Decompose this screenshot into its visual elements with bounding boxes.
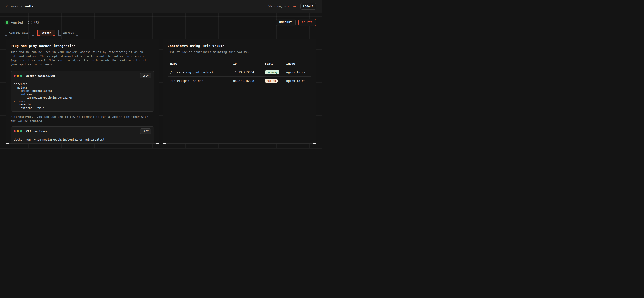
traffic-light-dots — [14, 130, 22, 132]
mounted-status: Mounted — [6, 21, 23, 24]
cli-title: CLI one-liner — [26, 130, 47, 133]
compose-filename: docker-compose.yml — [26, 74, 56, 77]
docker-panel-title: Plug-and-play Docker integration — [10, 44, 154, 48]
cli-code-block: CLI one-liner Copy docker run -v im-medi… — [10, 126, 154, 143]
docker-panel-description: This volume can be used in your Docker C… — [10, 50, 154, 66]
mounted-status-label: Mounted — [10, 21, 23, 24]
state-badge-running: running — [265, 70, 280, 74]
welcome-text: Welcome, nicolas — [269, 5, 296, 8]
column-header-image: Image — [284, 61, 312, 68]
breadcrumb-volumes-link[interactable]: Volumes — [6, 5, 18, 8]
tabs: Configuration Docker Backups — [0, 29, 322, 36]
container-image: nginx:latest — [284, 68, 312, 77]
containers-panel-title: Containers Using This Volume — [168, 44, 312, 48]
volume-action-buttons: UNMOUNT DELETE — [276, 19, 316, 26]
nfs-type: NFS — [28, 21, 39, 24]
column-header-id: ID — [231, 61, 262, 68]
state-badge-exited: exited — [265, 79, 278, 83]
compose-code-text: services: nginx: image: nginx:latest vol… — [14, 82, 151, 110]
green-dot-icon — [20, 75, 22, 77]
copy-compose-button[interactable]: Copy — [140, 73, 151, 78]
delete-button[interactable]: DELETE — [298, 19, 316, 26]
container-name: /intelligent_colden — [168, 77, 231, 85]
breadcrumb: Volumes > media — [6, 5, 33, 8]
tab-docker[interactable]: Docker — [38, 29, 56, 36]
container-id: f1e73e7f3884 — [231, 68, 262, 77]
corner-bracket-icon — [156, 39, 159, 42]
amber-dot-icon — [17, 75, 19, 77]
cli-code-header: CLI one-liner Copy — [11, 127, 154, 136]
container-image: nginx:latest — [284, 77, 312, 85]
below-fold-section-edge — [0, 148, 322, 149]
containers-table: Name ID State Image /interesting_grothen… — [168, 61, 312, 85]
corner-bracket-icon — [156, 141, 159, 144]
cli-code-body: docker run -v im-media:/path/in/containe… — [11, 136, 154, 143]
welcome-prefix: Welcome, — [269, 5, 284, 8]
corner-bracket-icon — [313, 141, 316, 144]
chevron-right-icon: > — [20, 5, 22, 8]
traffic-light-dots — [14, 75, 22, 77]
breadcrumb-current-volume: media — [24, 5, 33, 8]
compose-code-body: services: nginx: image: nginx:latest vol… — [11, 80, 154, 112]
tab-backups[interactable]: Backups — [58, 29, 78, 36]
server-icon — [28, 21, 32, 24]
table-row: /intelligent_colden 069e73016a88 exited … — [168, 77, 312, 85]
table-header-row: Name ID State Image — [168, 61, 312, 68]
cli-intro-text: Alternatively, you can use the following… — [10, 115, 154, 123]
containers-panel: Containers Using This Volume List of Doc… — [163, 39, 316, 144]
corner-bracket-icon — [163, 39, 166, 42]
container-id: 069e73016a88 — [231, 77, 262, 85]
corner-bracket-icon — [6, 141, 9, 144]
table-row: /interesting_grothendieck f1e73e7f3884 r… — [168, 68, 312, 77]
containers-panel-subtitle: List of Docker containers mounting this … — [168, 50, 312, 54]
red-dot-icon — [14, 130, 16, 132]
tab-configuration[interactable]: Configuration — [5, 29, 34, 36]
logout-button[interactable]: LOGOUT — [300, 3, 316, 10]
corner-bracket-icon — [163, 141, 166, 144]
page-content: Mounted NFS UNMOUNT DELETE Configuration… — [0, 13, 322, 149]
container-name: /interesting_grothendieck — [168, 68, 231, 77]
corner-bracket-icon — [6, 39, 9, 42]
column-header-state: State — [262, 61, 284, 68]
username: nicolas — [284, 5, 296, 8]
unmount-button[interactable]: UNMOUNT — [276, 19, 296, 26]
copy-cli-button[interactable]: Copy — [140, 128, 151, 134]
compose-code-block: docker-compose.yml Copy services: nginx:… — [10, 71, 154, 112]
amber-dot-icon — [17, 130, 19, 132]
status-row: Mounted NFS UNMOUNT DELETE — [0, 19, 322, 26]
compose-code-header: docker-compose.yml Copy — [11, 71, 154, 80]
docker-integration-panel: Plug-and-play Docker integration This vo… — [6, 39, 159, 144]
red-dot-icon — [14, 75, 16, 77]
cli-code-text: docker run -v im-media:/path/in/containe… — [14, 138, 151, 141]
green-dot-icon — [20, 130, 22, 132]
mounted-status-dot-icon — [6, 21, 8, 24]
nfs-label: NFS — [34, 21, 39, 24]
corner-bracket-icon — [313, 39, 316, 42]
column-header-name: Name — [168, 61, 231, 68]
topbar-right: Welcome, nicolas LOGOUT — [269, 3, 316, 10]
topbar: Volumes > media Welcome, nicolas LOGOUT — [0, 0, 322, 13]
panels: Plug-and-play Docker integration This vo… — [0, 39, 322, 144]
